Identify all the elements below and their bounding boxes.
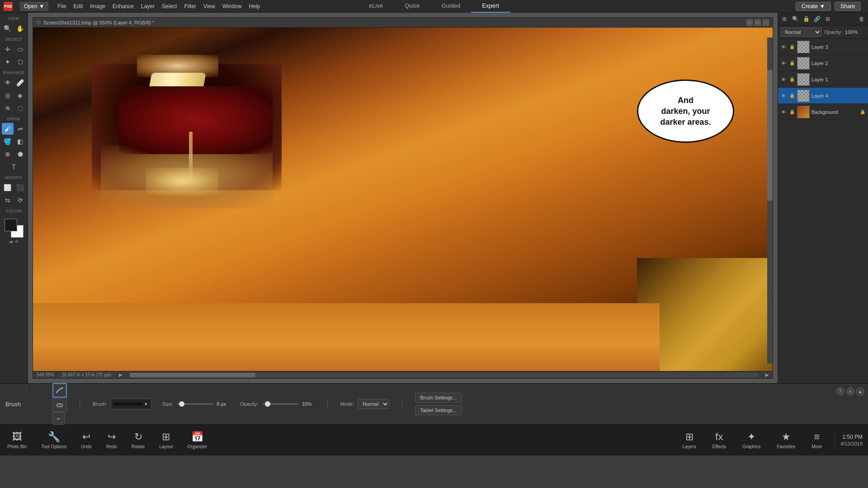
magic-wand-tool[interactable]: ✦ [2,56,14,68]
menu-item-file[interactable]: File [54,2,70,10]
menu-item-layer[interactable]: Layer [137,2,158,10]
impressionist-brush-tool[interactable]: ⇌ [14,123,26,135]
layer-item-2[interactable]: 👁 🔒 Layer 2 [778,55,868,71]
menu-item-image[interactable]: Image [86,2,108,10]
canvas-hscrollbar[interactable] [130,373,758,377]
color-swatches[interactable] [5,219,24,238]
heal-brush-tool[interactable]: 🩹 [14,77,26,89]
maximize-button[interactable]: □ [755,19,761,26]
3d-rotate-tool[interactable]: ⟳ [14,194,26,206]
opacity-value-brush: 10% [302,401,315,407]
vscrollbar-thumb[interactable] [767,70,773,201]
layer-2-visibility-icon[interactable]: 👁 [780,60,787,67]
reset-colors-icon[interactable]: ↺ [15,239,19,244]
mode-select[interactable]: Normal [358,399,389,409]
brush-tool[interactable]: 🖌 [2,123,14,135]
bg-visibility-icon[interactable]: 👁 [780,108,787,116]
size-slider[interactable] [177,403,213,405]
hscrollbar-thumb[interactable] [130,373,255,377]
taskbar-tooloptions[interactable]: 🔧 Tool Options [34,425,74,455]
crop-tool[interactable]: ⬜ [2,182,14,193]
layer-1-visibility-icon[interactable]: 👁 [780,76,787,83]
panel-collapse-icon[interactable]: ▲ [856,387,864,395]
enhance-tools3: ≋ ◌ [2,102,26,114]
menu-item-edit[interactable]: Edit [70,2,87,10]
brush-settings-button[interactable]: Brush Settings... [415,393,462,403]
share-button[interactable]: Share [835,2,861,11]
open-arrow: ▼ [39,3,44,9]
clone-stamp-tool[interactable]: ◎ [2,89,14,101]
taskbar-more[interactable]: ≡ More [804,431,829,449]
layers-icon[interactable]: ⊞ [780,14,789,23]
taskbar-undo[interactable]: ↩ Undo [74,425,99,455]
menu-item-enhance[interactable]: Enhance [109,2,137,10]
draw-tools2: 🪣 ◧ [2,136,26,147]
brush-preview[interactable]: ▼ [111,399,151,409]
panel-menu-icon[interactable]: ≡ [846,387,854,395]
canvas-content[interactable]: Anddarken, yourdarker areas. [33,28,773,371]
brush-style-paint[interactable] [52,383,67,398]
tab-quick[interactable]: Quick [394,0,430,13]
layer-item-4[interactable]: 👁 🔒 Layer 4 [778,88,868,104]
blur-tool[interactable]: ◌ [14,102,26,114]
eyedropper-tool[interactable]: 👁 [2,77,14,89]
close-button[interactable]: ✕ [763,19,769,26]
blend-mode-select[interactable]: Normal [781,28,821,37]
tab-guided[interactable]: Guided [430,0,471,13]
move-tool[interactable]: ✛ [2,43,14,55]
menu-item-select[interactable]: Select [158,2,180,10]
layer-item-background[interactable]: 👁 🔒 Background 🔒 [778,104,868,120]
tablet-settings-button[interactable]: Tablet Settings... [415,405,462,415]
tab-expert[interactable]: Expert [471,0,510,13]
swap-colors-icon[interactable]: ⇄ [9,239,13,244]
create-button[interactable]: Create▼ [796,2,831,11]
trash-icon[interactable]: 🗑 [857,14,866,23]
taskbar-organizer[interactable]: 📅 Organizer [180,425,214,455]
quick-select-tool[interactable]: ⬡ [14,56,26,68]
hand-tool[interactable]: ✋ [14,23,26,34]
opacity-slider[interactable] [262,403,298,405]
pattern-stamp-tool[interactable]: ◈ [14,89,26,101]
canvas-vscrollbar[interactable] [767,38,773,364]
lasso-tool[interactable]: ⬭ [14,43,26,55]
straighten-btn[interactable]: ⇤ [52,412,65,425]
brush-style-erase[interactable] [52,398,67,412]
taskbar-photobin[interactable]: 🖼 Photo Bin [0,425,34,455]
straighten-tool[interactable]: ⇆ [2,194,14,206]
taskbar-layers[interactable]: ⊞ Layers [675,431,703,449]
layer-item-1[interactable]: 👁 🔒 Layer 1 [778,71,868,88]
open-button[interactable]: Open ▼ [20,2,48,11]
text-tool[interactable]: T [8,161,20,173]
menu-item-help[interactable]: Help [245,2,264,10]
paint-bucket-tool[interactable]: 🪣 [2,136,14,147]
zoom-tool[interactable]: 🔍 [2,23,14,34]
grid-icon[interactable]: ⊞ [823,14,832,23]
foreground-color-swatch[interactable] [5,219,17,231]
layer-3-visibility-icon[interactable]: 👁 [780,43,787,51]
taskbar-favorites[interactable]: ★ Favorites [769,431,802,449]
menu-item-view[interactable]: View [200,2,219,10]
brush-dropdown-arrow[interactable]: ▼ [144,402,148,407]
minimize-button[interactable]: ─ [746,19,753,26]
taskbar-graphics[interactable]: ✦ Graphics [735,431,768,449]
custom-shape-tool[interactable]: ⬟ [14,148,26,160]
link-icon[interactable]: 🔗 [812,14,821,23]
taskbar-layout[interactable]: ⊞ Layout [152,425,180,455]
menu-item-filter[interactable]: Filter [180,2,200,10]
search-icon[interactable]: 🔍 [791,14,800,23]
help-icon[interactable]: ? [836,387,844,395]
layer-item-3[interactable]: 👁 🔒 Layer 3 [778,39,868,55]
canvas-titlebar: ⬡ ScreenShot1312.bmp @ 550% (Layer 4, RG… [33,18,773,28]
lock-icon[interactable]: 🔒 [802,14,811,23]
color-replace-tool[interactable]: ⊕ [2,148,14,160]
settings-buttons: Brush Settings... Tablet Settings... [415,393,462,415]
menu-item-window[interactable]: Window [219,2,245,10]
tab-elive[interactable]: eLive [358,0,394,13]
recompose-tool[interactable]: ⬛ [14,182,26,193]
gradient-tool[interactable]: ◧ [14,136,26,147]
layer-4-visibility-icon[interactable]: 👁 [780,92,787,99]
taskbar-effects[interactable]: fx Effects [705,431,733,449]
smudge-tool[interactable]: ≋ [2,102,14,114]
taskbar-redo[interactable]: ↪ Redo [99,425,124,455]
taskbar-rotate[interactable]: ↻ Rotate [124,425,152,455]
